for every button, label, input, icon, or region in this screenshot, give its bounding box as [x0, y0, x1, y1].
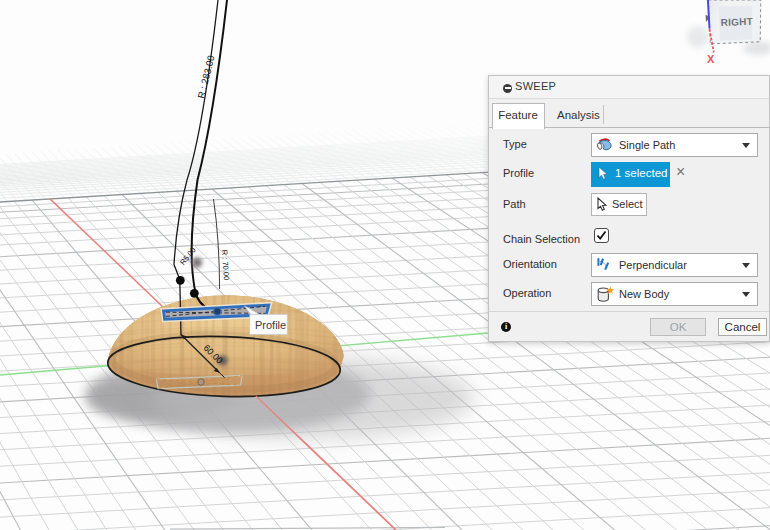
svg-text:X: X — [707, 53, 715, 65]
svg-text:RIGHT: RIGHT — [720, 16, 753, 28]
svg-text:Profile: Profile — [255, 319, 286, 331]
